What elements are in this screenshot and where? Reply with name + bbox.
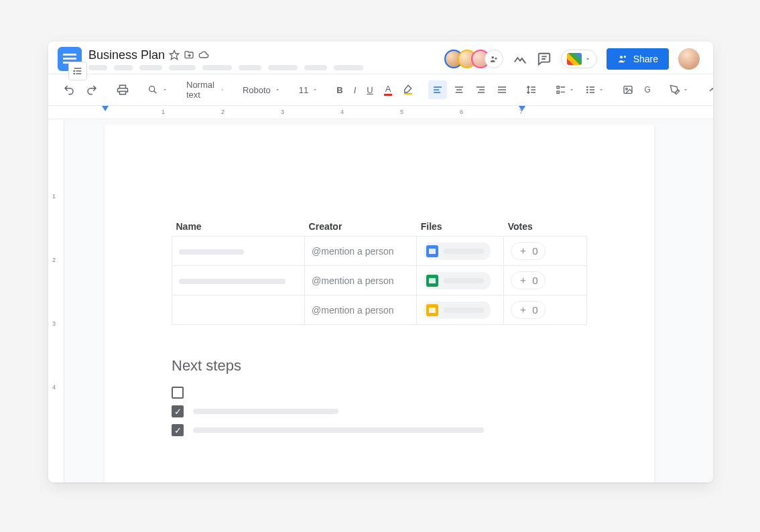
cell-votes[interactable]: ＋0 — [504, 237, 587, 266]
align-center-button[interactable] — [450, 80, 468, 99]
collaborator-avatars[interactable] — [444, 50, 503, 68]
checklist-item[interactable] — [172, 387, 587, 399]
mention-placeholder[interactable]: @mention a person — [312, 246, 393, 257]
page-scroll[interactable]: Name Creator Files Votes @mention a pers… — [64, 119, 713, 482]
ruler-tick: 7 — [519, 109, 523, 115]
checkbox[interactable] — [172, 405, 184, 417]
mention-placeholder[interactable]: @mention a person — [312, 275, 393, 286]
share-button[interactable]: Share — [607, 48, 669, 70]
next-steps-heading: Next steps — [172, 357, 587, 375]
meet-button[interactable] — [561, 50, 597, 68]
svg-rect-26 — [557, 91, 559, 93]
ruler-tick: 2 — [52, 257, 56, 263]
insert-image-button[interactable] — [619, 80, 637, 99]
font-size-select[interactable]: 11 — [295, 82, 322, 98]
grammarly-button[interactable]: G — [640, 81, 654, 98]
move-icon[interactable] — [184, 50, 194, 60]
align-justify-button[interactable] — [493, 80, 511, 99]
cell-creator[interactable]: @mention a person — [305, 295, 417, 325]
sheet-file-icon — [426, 275, 438, 287]
activity-icon[interactable] — [513, 52, 527, 66]
document-page[interactable]: Name Creator Files Votes @mention a pers… — [105, 125, 654, 482]
zoom-select[interactable] — [143, 82, 172, 98]
document-title[interactable]: Business Plan — [88, 48, 165, 62]
print-button[interactable] — [113, 80, 133, 100]
redo-button[interactable] — [82, 80, 102, 100]
paragraph-style-select[interactable]: Normal text — [182, 77, 228, 103]
svg-point-1 — [491, 56, 494, 59]
cell-votes[interactable]: ＋0 — [504, 295, 587, 325]
svg-point-31 — [587, 92, 588, 92]
cell-votes[interactable]: ＋0 — [504, 266, 587, 295]
align-left-button[interactable] — [428, 80, 447, 99]
ruler-tick: 3 — [281, 109, 284, 115]
cell-files[interactable] — [417, 295, 504, 325]
checklist-item[interactable] — [172, 424, 587, 436]
cell-name[interactable] — [172, 237, 305, 266]
text-color-button[interactable]: A — [380, 80, 397, 100]
bold-button[interactable]: B — [332, 81, 346, 99]
slide-file-icon — [426, 304, 438, 316]
header-right: Share — [444, 48, 700, 70]
left-indent-marker[interactable] — [102, 106, 109, 111]
ruler-tick: 2 — [221, 109, 225, 115]
highlight-button[interactable] — [399, 80, 418, 99]
table-row[interactable]: @mention a person＋0 — [172, 237, 587, 266]
cell-creator[interactable]: @mention a person — [305, 266, 417, 295]
cell-files[interactable] — [417, 237, 504, 266]
svg-point-36 — [626, 88, 628, 90]
toolbar: Normal text Roboto 11 B I U A G — [48, 74, 713, 106]
column-header-creator: Creator — [305, 218, 417, 237]
checklist-text-placeholder[interactable] — [193, 409, 338, 414]
doc-file-icon — [426, 245, 438, 257]
column-header-votes: Votes — [504, 218, 587, 237]
plus-icon: ＋ — [518, 245, 528, 257]
ruler-tick: 1 — [162, 109, 165, 115]
checkbox[interactable] — [172, 387, 184, 399]
italic-button[interactable]: I — [350, 81, 361, 99]
svg-line-9 — [154, 91, 157, 94]
vote-chip[interactable]: ＋0 — [511, 301, 545, 319]
checklist-button[interactable] — [552, 80, 578, 99]
menu-bar[interactable] — [88, 65, 438, 70]
cloud-status-icon[interactable] — [198, 50, 209, 60]
table-row[interactable]: @mention a person＋0 — [172, 266, 587, 295]
font-select[interactable]: Roboto — [239, 82, 284, 98]
comments-icon[interactable] — [537, 52, 552, 66]
cell-name[interactable] — [172, 295, 305, 325]
column-header-files: Files — [417, 218, 504, 237]
star-icon[interactable] — [169, 50, 180, 60]
plus-icon: ＋ — [518, 274, 528, 287]
checklist-item[interactable] — [172, 405, 587, 417]
editing-mode-button[interactable] — [666, 80, 692, 99]
bullet-list-button[interactable] — [581, 80, 608, 99]
vertical-ruler[interactable]: 1234 — [48, 119, 64, 482]
cell-name[interactable] — [172, 266, 305, 295]
account-avatar[interactable] — [678, 48, 700, 70]
font-size-label: 11 — [299, 85, 308, 95]
table-row[interactable]: @mention a person＋0 — [172, 295, 587, 325]
vote-chip[interactable]: ＋0 — [511, 242, 545, 260]
underline-button[interactable]: U — [363, 81, 377, 99]
svg-rect-6 — [120, 85, 126, 88]
file-chip[interactable] — [424, 272, 491, 289]
checkbox[interactable] — [172, 424, 184, 436]
file-chip[interactable] — [424, 243, 491, 260]
file-chip[interactable] — [424, 302, 491, 319]
meet-icon — [567, 53, 582, 65]
cell-files[interactable] — [417, 266, 504, 295]
undo-button[interactable] — [59, 80, 79, 100]
vote-count: 0 — [532, 245, 537, 257]
building-blocks-table[interactable]: Name Creator Files Votes @mention a pers… — [172, 218, 587, 325]
vote-chip[interactable]: ＋0 — [511, 271, 545, 289]
checklist-text-placeholder[interactable] — [193, 427, 484, 433]
align-right-button[interactable] — [471, 80, 490, 99]
collapse-toolbar-button[interactable] — [703, 80, 713, 99]
cell-creator[interactable]: @mention a person — [305, 237, 417, 266]
horizontal-ruler[interactable]: 1234567 — [48, 106, 713, 119]
title-area: Business Plan — [88, 48, 438, 70]
line-spacing-button[interactable] — [522, 80, 541, 99]
chevron-down-icon — [584, 56, 591, 62]
collaborator-anonymous[interactable] — [485, 50, 503, 68]
mention-placeholder[interactable]: @mention a person — [312, 305, 393, 316]
